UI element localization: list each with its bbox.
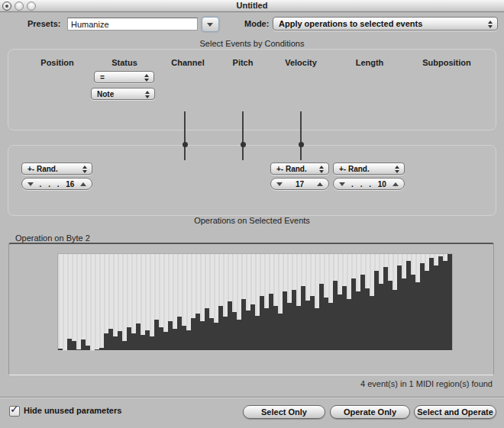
connector-dot-channel <box>183 142 188 147</box>
operations-section-title: Operations on Selected Events <box>0 216 504 225</box>
decrement-icon[interactable] <box>339 182 345 186</box>
column-header-length: Length <box>356 58 384 67</box>
presets-dropdown-button[interactable] <box>202 17 219 32</box>
events-found-status: 4 event(s) in 1 MIDI region(s) found <box>360 379 493 388</box>
operate-only-button[interactable]: Operate Only <box>330 405 410 419</box>
status-operator-popup[interactable]: = <box>94 71 154 83</box>
mode-popup[interactable]: Apply operations to selected events <box>273 17 498 31</box>
column-header-status: Status <box>111 58 137 67</box>
connector-dot-pitch <box>241 142 246 147</box>
byte2-bar[interactable] <box>58 349 63 350</box>
status-operator-value: = <box>100 73 105 82</box>
popup-stepper-icon <box>488 21 493 28</box>
window-title: Untitled <box>0 1 504 10</box>
column-header-position: Position <box>40 58 73 67</box>
increment-icon[interactable] <box>80 182 86 186</box>
connector-line-pitch <box>242 111 244 160</box>
position-operation-value: +- Rand. <box>27 165 58 173</box>
increment-icon[interactable] <box>317 182 323 186</box>
title-bar: Untitled <box>0 0 504 12</box>
footer-bar: Hide unused parameters Select OnlyOperat… <box>0 397 504 428</box>
popup-stepper-icon <box>144 74 149 82</box>
position-value-stepper[interactable]: . . . 16 <box>21 178 92 190</box>
byte2-bar[interactable] <box>447 254 452 350</box>
column-header-channel: Channel <box>171 58 204 67</box>
byte2-panel-title: Operation on Byte 2 <box>15 233 90 243</box>
hide-unused-parameters-label: Hide unused parameters <box>24 406 121 415</box>
chevron-down-icon <box>207 23 213 27</box>
position-random-amount: . . . 16 <box>34 180 80 188</box>
hide-unused-parameters-checkbox[interactable] <box>9 406 20 417</box>
popup-stepper-icon <box>319 166 324 173</box>
decrement-icon[interactable] <box>276 182 283 186</box>
connector-line-velocity <box>300 111 302 160</box>
transform-window: Untitled Presets: Mode: Apply operations… <box>0 0 504 428</box>
status-value: Note <box>97 90 114 98</box>
status-value-popup[interactable]: Note <box>91 88 155 100</box>
position-operation-popup[interactable]: +- Rand. <box>21 163 92 175</box>
condition-column-headers: PositionStatusChannelPitchVelocityLength… <box>0 58 504 69</box>
decrement-icon[interactable] <box>27 182 34 186</box>
connector-dot-velocity <box>299 142 304 147</box>
column-header-pitch: Pitch <box>233 58 254 67</box>
presets-label: Presets: <box>27 19 60 28</box>
column-header-velocity: Velocity <box>285 58 317 67</box>
mode-popup-value: Apply operations to selected events <box>279 19 422 28</box>
velocity-value-stepper[interactable]: 17 <box>270 178 329 190</box>
popup-stepper-icon <box>145 91 150 98</box>
increment-icon[interactable] <box>393 182 399 186</box>
select-and-operate-button[interactable]: Select and Operate <box>414 405 496 419</box>
popup-stepper-icon <box>395 166 399 173</box>
select-only-button[interactable]: Select Only <box>243 405 325 419</box>
column-header-subposition: Subposition <box>422 58 471 67</box>
popup-stepper-icon <box>82 166 87 173</box>
length-value-stepper[interactable]: . . . 10 <box>333 178 405 190</box>
length-random-amount: . . . 10 <box>345 180 393 188</box>
velocity-operation-value: +- Rand. <box>276 165 307 173</box>
conditions-section-title: Select Events by Conditions <box>0 39 504 48</box>
byte2-bar-map[interactable] <box>57 253 453 351</box>
mode-label: Mode: <box>244 19 269 28</box>
length-operation-popup[interactable]: +- Rand. <box>333 163 405 175</box>
byte2-bar[interactable] <box>86 346 90 350</box>
presets-input[interactable] <box>67 18 198 31</box>
length-operation-value: +- Rand. <box>339 165 370 173</box>
connector-line-channel <box>184 111 186 160</box>
velocity-operation-popup[interactable]: +- Rand. <box>270 163 329 175</box>
velocity-random-amount: 17 <box>283 180 317 188</box>
